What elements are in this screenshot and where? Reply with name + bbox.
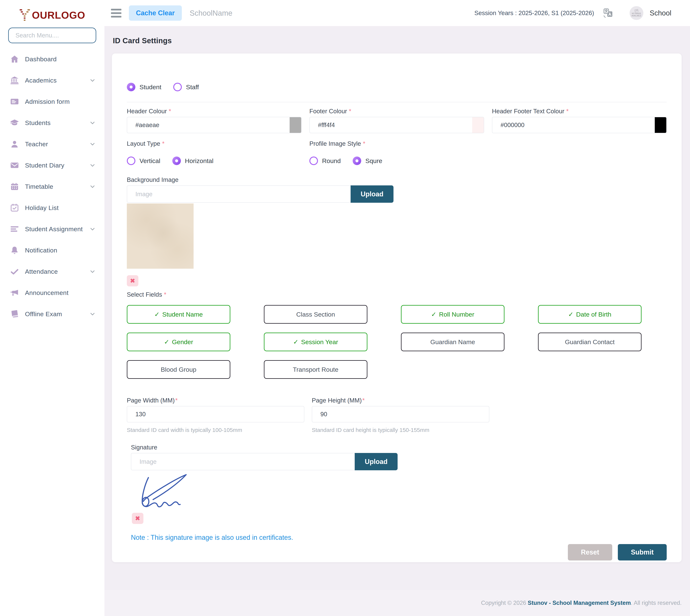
radio-round[interactable]: Round xyxy=(309,156,341,165)
profile-name[interactable]: School xyxy=(650,9,671,17)
select-fields-label: Select Fields* xyxy=(127,291,667,298)
field-label: Page Height (MM)* xyxy=(312,397,489,404)
sidebar-item-label: Academics xyxy=(25,77,57,84)
page-width-input[interactable] xyxy=(127,406,304,422)
radio-circle-icon xyxy=(173,83,182,91)
sidebar-item-label: Timetable xyxy=(25,183,53,190)
sidebar-item-dashboard[interactable]: Dashboard xyxy=(0,48,104,70)
sidebar-item-admission-form[interactable]: Admission form xyxy=(0,91,104,112)
cache-clear-button[interactable]: Cache Clear xyxy=(129,5,182,21)
footer-brand-link[interactable]: Stunov - School Management System xyxy=(528,600,631,606)
radio-horizontal[interactable]: Horizontal xyxy=(172,156,213,165)
header-footer-text-colour-field: Header Footer Text Colour* xyxy=(492,108,667,133)
required-marker: * xyxy=(362,397,365,404)
sidebar-item-student-assignment[interactable]: Student Assignment xyxy=(0,218,104,240)
field-toggle-blood-group[interactable]: Blood Group xyxy=(127,360,230,379)
header-colour-swatch[interactable] xyxy=(290,117,301,133)
header-colour-field: Header Colour* xyxy=(127,108,301,133)
background-image-upload-button[interactable]: Upload xyxy=(351,185,394,203)
check-icon: ✓ xyxy=(293,338,298,346)
sidebar-item-attendance[interactable]: Attendance xyxy=(0,261,104,282)
sidebar-item-timetable[interactable]: Timetable xyxy=(0,176,104,197)
brand-logo-text: OURLOGO xyxy=(32,9,85,21)
radio-label: Vertical xyxy=(140,157,160,164)
radio-label: Horizontal xyxy=(185,157,213,164)
field-label: Header Footer Text Colour* xyxy=(492,108,667,115)
field-toggle-label: Student Name xyxy=(162,311,203,318)
avatar-no-image-text: NO IMAGE AVAILABLE xyxy=(631,13,642,17)
footer-colour-swatch[interactable] xyxy=(472,117,484,133)
check-icon: ✓ xyxy=(154,311,160,318)
layout-type-field: Layout Type* Vertical Horizontal xyxy=(127,140,301,167)
page-width-field: Page Width (MM)* Standard ID card width … xyxy=(127,397,304,433)
required-marker: * xyxy=(162,140,165,147)
signature-remove-button[interactable]: ✖ xyxy=(132,513,143,524)
logo-y-icon xyxy=(19,9,30,21)
chevron-down-icon xyxy=(89,183,96,190)
field-toggle-guardian-contact[interactable]: Guardian Contact xyxy=(538,333,642,351)
header-footer-text-colour-input[interactable] xyxy=(492,117,655,133)
sidebar-item-notification[interactable]: Notification xyxy=(0,240,104,261)
chevron-down-icon xyxy=(89,268,96,275)
signature-upload-row: Upload xyxy=(131,453,398,470)
signature-image xyxy=(131,472,196,511)
topbar-right: Session Years : 2025-2026, S1 (2025-2026… xyxy=(475,6,671,20)
field-toggle-roll-number[interactable]: ✓ Roll Number xyxy=(401,305,504,324)
page-height-helper: Standard ID card height is typically 150… xyxy=(312,427,489,433)
translate-icon[interactable] xyxy=(603,8,613,18)
sidebar-item-label: Holiday List xyxy=(25,204,59,212)
list-icon xyxy=(10,224,19,234)
sidebar-item-offline-exam[interactable]: Offline Exam xyxy=(0,303,104,325)
chevron-down-icon xyxy=(89,119,96,126)
copyright-text: Copyright © 2026 Stunov - School Managem… xyxy=(481,600,682,606)
field-toggle-class-section[interactable]: Class Section xyxy=(264,305,368,324)
brand-logo[interactable]: OURLOGO xyxy=(0,8,104,22)
radio-squre[interactable]: Squre xyxy=(353,156,382,165)
signature-upload-button[interactable]: Upload xyxy=(355,453,398,470)
signature-note: Note : This signature image is also used… xyxy=(131,534,667,542)
field-toggle-guardian-name[interactable]: Guardian Name xyxy=(401,333,504,351)
submit-button[interactable]: Submit xyxy=(618,544,667,560)
page-height-input[interactable] xyxy=(312,406,489,422)
field-toggle-label: Class Section xyxy=(296,311,335,318)
menu-toggle-icon[interactable] xyxy=(111,9,121,18)
sidebar-item-academics[interactable]: Academics xyxy=(0,70,104,91)
sidebar-item-students[interactable]: Students xyxy=(0,112,104,133)
radio-student[interactable]: Student xyxy=(127,83,161,91)
reset-button[interactable]: Reset xyxy=(568,544,612,560)
header-footer-text-colour-swatch[interactable] xyxy=(655,117,666,133)
field-toggle-transport-route[interactable]: Transport Route xyxy=(264,360,368,379)
sidebar-item-student-diary[interactable]: Student Diary xyxy=(0,155,104,176)
check-icon: ✓ xyxy=(568,311,573,318)
background-image-remove-button[interactable]: ✖ xyxy=(127,275,139,286)
field-toggle-session-year[interactable]: ✓ Session Year xyxy=(264,333,368,351)
book-icon xyxy=(10,309,19,319)
sidebar-item-label: Student Diary xyxy=(25,162,64,169)
sidebar-item-label: Offline Exam xyxy=(25,310,62,318)
signature-input[interactable] xyxy=(131,453,355,470)
field-toggle-gender[interactable]: ✓ Gender xyxy=(127,333,230,351)
avatar[interactable]: NO IMAGE AVAILABLE xyxy=(630,6,643,20)
id-card-settings-card: Student Staff Header Colour* xyxy=(112,53,682,562)
app-root: OURLOGO Dashboard Academics xyxy=(0,0,690,616)
calendar-check-icon xyxy=(10,203,19,213)
field-label: Profile Image Style* xyxy=(309,140,484,147)
radio-staff[interactable]: Staff xyxy=(173,83,199,91)
user-icon xyxy=(10,139,19,149)
field-toggle-date-of-birth[interactable]: ✓ Date of Birth xyxy=(538,305,642,324)
sidebar-item-holiday-list[interactable]: Holiday List xyxy=(0,197,104,218)
radio-vertical[interactable]: Vertical xyxy=(127,156,160,165)
sidebar-item-teacher[interactable]: Teacher xyxy=(0,133,104,155)
footer-colour-input[interactable] xyxy=(310,117,472,133)
radio-label: Round xyxy=(322,157,341,164)
divider xyxy=(127,102,667,102)
sidebar-item-announcement[interactable]: Announcement xyxy=(0,282,104,303)
home-icon xyxy=(10,54,19,64)
header-colour-input[interactable] xyxy=(127,117,290,133)
background-image-input[interactable] xyxy=(127,186,351,202)
signature-label: Signature xyxy=(131,444,667,451)
field-toggle-student-name[interactable]: ✓ Student Name xyxy=(127,305,230,324)
search-input[interactable] xyxy=(8,27,96,43)
school-name-text: SchoolName xyxy=(190,9,232,17)
layout-type-radio-group: Vertical Horizontal xyxy=(127,155,301,167)
